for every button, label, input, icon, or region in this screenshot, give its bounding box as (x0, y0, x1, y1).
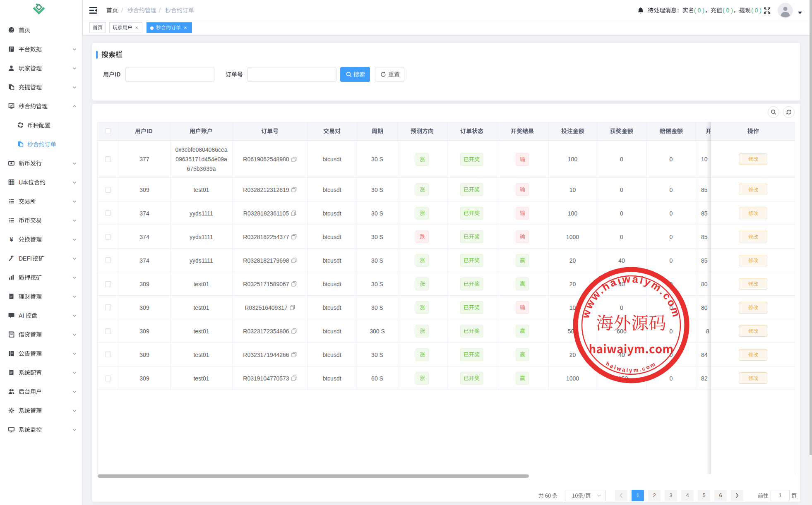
svg-text:haiwaiym.com: haiwaiym.com (605, 360, 657, 373)
svg-text:¥: ¥ (10, 236, 13, 242)
